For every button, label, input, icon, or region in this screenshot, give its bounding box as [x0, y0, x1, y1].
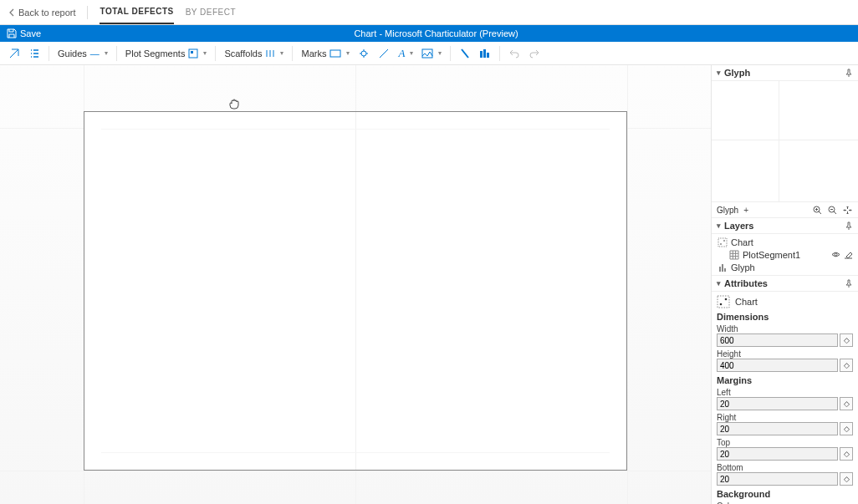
chevron-down-icon: ▾ — [438, 49, 442, 57]
app-title: Chart - Microsoft Charticulator (Preview… — [48, 28, 825, 38]
side-panels: ▾ Glyph Glyph + ▾ Layers — [711, 65, 858, 504]
eye-icon[interactable] — [831, 250, 840, 259]
pin-icon[interactable] — [845, 69, 853, 77]
layer-label: PlotSegment1 — [743, 250, 800, 260]
layer-chart[interactable]: Chart — [715, 236, 855, 248]
margin-top-input[interactable] — [717, 447, 838, 461]
glyph-footer-label: Glyph — [717, 206, 738, 215]
svg-rect-16 — [724, 268, 726, 272]
grid-icon — [728, 249, 739, 260]
attributes-panel-title: Attributes — [724, 278, 768, 288]
bind-data-button[interactable]: ◇ — [840, 397, 853, 410]
margin-guide — [101, 129, 610, 130]
chevron-down-icon: ▾ — [346, 49, 350, 57]
svg-point-19 — [725, 298, 728, 301]
symbol-mark-icon[interactable] — [356, 46, 371, 61]
separator — [215, 46, 216, 61]
svg-point-13 — [835, 253, 837, 256]
bind-data-button[interactable]: ◇ — [840, 333, 853, 347]
marks-label: Marks — [301, 48, 326, 59]
add-glyph-button[interactable]: + — [743, 206, 748, 215]
breadcrumb-bar: Back to report TOTAL DEFECTS BY DEFECT — [0, 0, 858, 25]
undo-button[interactable] — [507, 46, 522, 61]
line-mark-icon[interactable] — [376, 46, 391, 61]
marks-dropdown[interactable]: Marks ▾ — [299, 48, 351, 59]
glyph-editor[interactable] — [712, 81, 858, 202]
pin-icon[interactable] — [845, 221, 853, 230]
pin-icon[interactable] — [845, 279, 853, 288]
svg-rect-5 — [480, 51, 483, 58]
width-input[interactable] — [717, 333, 838, 347]
separator — [292, 46, 293, 61]
toolbar: Guides — ▾ Plot Segments ▾ Scaffolds ▾ M… — [0, 42, 858, 65]
margin-left-label: Left — [717, 388, 853, 397]
link-tool-icon[interactable] — [7, 46, 22, 61]
separator — [49, 46, 49, 61]
separator — [87, 6, 88, 19]
plot-segments-label: Plot Segments — [125, 48, 186, 59]
back-to-report-link[interactable]: Back to report — [8, 8, 75, 18]
zoom-fit-icon[interactable] — [841, 204, 853, 216]
chevron-left-icon — [8, 8, 15, 17]
margin-left-input[interactable] — [717, 397, 838, 410]
bind-data-button[interactable]: ◇ — [840, 472, 853, 486]
layer-glyph[interactable]: Glyph — [715, 261, 855, 273]
redo-button[interactable] — [527, 46, 542, 61]
scaffolds-dropdown[interactable]: Scaffolds ▾ — [222, 48, 285, 59]
canvas-area[interactable] — [0, 65, 711, 504]
data-axis-icon[interactable] — [457, 46, 472, 61]
chart-frame[interactable] — [84, 111, 627, 471]
svg-rect-1 — [191, 51, 193, 53]
guides-label: Guides — [58, 48, 87, 59]
plot-segments-dropdown[interactable]: Plot Segments ▾ — [124, 48, 209, 59]
nested-chart-icon[interactable] — [478, 46, 493, 61]
margin-bottom-label: Bottom — [717, 463, 853, 472]
glyph-panel-title: Glyph — [724, 68, 750, 78]
svg-rect-2 — [330, 50, 340, 57]
chart-object-icon — [717, 295, 730, 308]
bind-data-button[interactable]: ◇ — [840, 447, 853, 461]
background-section-label: Background — [717, 489, 853, 499]
svg-rect-15 — [722, 264, 723, 272]
height-input[interactable] — [717, 359, 838, 372]
chart-icon — [717, 237, 728, 247]
dimensions-section-label: Dimensions — [717, 312, 853, 322]
glyph-icon — [717, 262, 728, 272]
zoom-out-icon[interactable] — [826, 204, 838, 216]
svg-point-11 — [720, 243, 722, 245]
bind-data-button[interactable]: ◇ — [840, 422, 853, 435]
chevron-down-icon: ▾ — [280, 49, 283, 57]
margin-bottom-input[interactable] — [717, 472, 838, 486]
chevron-down-icon: ▾ — [410, 49, 413, 57]
grab-cursor-icon — [227, 97, 241, 110]
list-tool-icon[interactable] — [27, 46, 42, 61]
layers-panel-header[interactable]: ▾ Layers — [712, 218, 858, 234]
separator — [450, 46, 451, 61]
margin-right-label: Right — [717, 413, 853, 422]
layer-plotsegment1[interactable]: PlotSegment1 — [715, 248, 855, 261]
text-mark-dropdown[interactable]: A ▾ — [396, 47, 415, 60]
zoom-in-icon[interactable] — [811, 204, 823, 216]
svg-rect-10 — [718, 238, 727, 247]
save-button[interactable]: Save — [0, 28, 48, 38]
tab-total-defects[interactable]: TOTAL DEFECTS — [100, 0, 173, 24]
margin-right-input[interactable] — [717, 422, 838, 435]
image-mark-dropdown[interactable]: ▾ — [420, 48, 443, 59]
guides-dropdown[interactable]: Guides — ▾ — [56, 48, 110, 59]
bind-data-button[interactable]: ◇ — [840, 359, 853, 372]
save-label: Save — [20, 28, 41, 38]
layer-label: Chart — [731, 237, 753, 247]
attributes-panel-header[interactable]: ▾ Attributes — [712, 275, 858, 292]
tab-by-defect[interactable]: BY DEFECT — [186, 1, 236, 23]
glyph-panel-header[interactable]: ▾ Glyph — [712, 65, 858, 81]
margin-top-label: Top — [717, 438, 853, 447]
svg-rect-7 — [487, 53, 489, 58]
width-label: Width — [717, 324, 853, 333]
text-mark-icon: A — [398, 47, 405, 60]
separator — [116, 46, 117, 61]
back-label: Back to report — [18, 8, 75, 18]
erase-icon[interactable] — [844, 250, 853, 259]
chevron-down-icon: ▾ — [105, 49, 108, 57]
layers-panel-title: Layers — [724, 221, 753, 231]
glyph-footer: Glyph + — [712, 202, 858, 218]
